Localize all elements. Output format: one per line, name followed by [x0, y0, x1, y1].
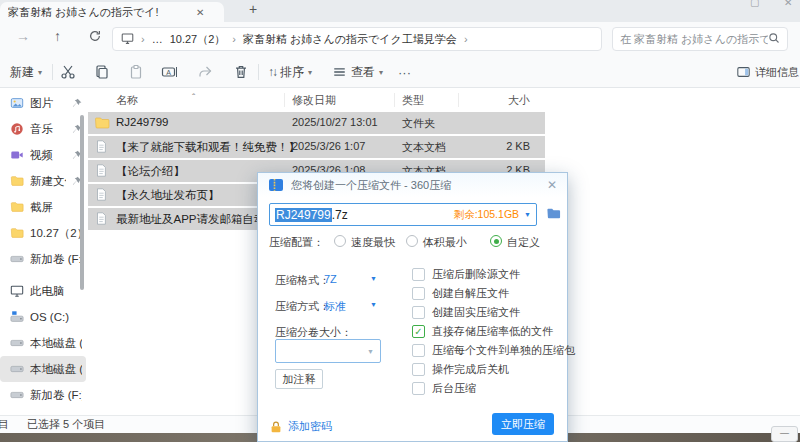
chevron-down-icon[interactable]: ▼ — [370, 275, 377, 282]
rename-button[interactable]: A — [161, 60, 178, 84]
column-divider[interactable] — [458, 93, 459, 107]
sidebar-item-label: 本地磁盘 (D:) — [30, 336, 82, 351]
compress-now-button[interactable]: 立即压缩 — [492, 413, 554, 435]
column-divider[interactable] — [394, 93, 395, 107]
more-button[interactable]: ··· — [398, 60, 411, 84]
radio-custom[interactable] — [490, 235, 502, 247]
videos-icon — [10, 148, 24, 162]
checkbox-icon: ✓ — [412, 363, 425, 376]
file-row-folder[interactable]: RJ249799 2025/10/27 13:01 文件夹 — [88, 112, 545, 134]
column-header-name[interactable]: 名称 — [116, 93, 138, 108]
toolbar-divider — [52, 64, 53, 80]
column-divider[interactable] — [284, 93, 285, 107]
sidebar-item-label: 此电脑 — [30, 284, 82, 299]
radio-fastest[interactable] — [334, 235, 346, 247]
radio-smallest[interactable] — [406, 235, 418, 247]
background-window-minimize-button[interactable]: — — [771, 426, 798, 442]
checkbox-icon: ✓ — [412, 344, 425, 357]
checkbox-label: 创建自解压文件 — [432, 286, 509, 301]
dialog-title-bar[interactable]: 您将创建一个压缩文件 - 360压缩 ✕ — [258, 173, 567, 197]
share-button[interactable] — [197, 60, 213, 84]
copy-button[interactable] — [94, 60, 110, 84]
checkbox-store-low-ratio[interactable]: ✓ 直接存储压缩率低的文件 — [412, 324, 553, 338]
checkbox-delete-source[interactable]: ✓ 压缩后删除源文件 — [412, 267, 520, 281]
checkbox-separate-archives[interactable]: ✓ 压缩每个文件到单独的压缩包 — [412, 343, 575, 357]
file-name: 【来了就能下载和观看！纯免费！】 — [116, 140, 300, 155]
file-date: 2025/3/26 1:07 — [292, 140, 365, 152]
tab-close-icon[interactable]: ✕ — [196, 7, 204, 18]
checkbox-background-compress[interactable]: ✓ 后台压缩 — [412, 381, 476, 395]
sidebar-item-1027-folder[interactable]: 10.27（2） — [0, 220, 86, 246]
file-row-text[interactable]: 【来了就能下载和观看！纯免费！】 2025/3/26 1:07 文本文档 2 K… — [88, 136, 545, 158]
forward-button[interactable]: → — [16, 28, 30, 44]
method-value[interactable]: 标准 — [324, 299, 346, 314]
sidebar-item-os-c[interactable]: OS (C:) — [0, 304, 86, 330]
folder-icon — [10, 226, 24, 240]
checkbox-shutdown-after[interactable]: ✓ 操作完成后关机 — [412, 362, 509, 376]
checkbox-icon: ✓ — [412, 382, 425, 395]
checkbox-solid-archive[interactable]: ✓ 创建固实压缩文件 — [412, 305, 520, 319]
window-close-button[interactable]: ✕ — [784, 0, 792, 8]
format-value[interactable]: 7Z — [324, 273, 337, 285]
sidebar-item-label: OS (C:) — [30, 311, 82, 323]
breadcrumb-folder[interactable]: 10.27（2） — [170, 32, 226, 47]
sidebar-item-screenshots[interactable]: 截屏 — [0, 194, 86, 220]
sidebar-item-this-pc[interactable]: 此电脑 — [0, 278, 86, 304]
column-header-size[interactable]: 大小 — [466, 93, 530, 108]
dialog-close-icon[interactable]: ✕ — [547, 178, 557, 192]
text-file-icon — [94, 211, 108, 228]
sidebar-item-drive-e[interactable]: 本地磁盘 (E:) — [0, 356, 86, 382]
chevron-down-icon[interactable]: ▼ — [370, 301, 377, 308]
breadcrumb-chevron-icon: › — [141, 33, 145, 45]
text-file-icon — [94, 139, 108, 156]
volume-size-combobox[interactable]: ▼ — [275, 339, 381, 363]
breadcrumb-ellipsis[interactable]: … — [152, 33, 163, 45]
new-tab-button[interactable]: + — [244, 1, 262, 17]
chevron-down-icon: ▾ — [308, 68, 312, 77]
browse-folder-icon[interactable] — [545, 206, 562, 223]
sort-button[interactable]: ↑↓ 排序 ▾ — [268, 60, 312, 84]
folder-icon — [94, 115, 110, 133]
sidebar-item-videos[interactable]: 视频 — [0, 142, 86, 168]
up-button[interactable]: ↑ — [54, 28, 61, 44]
archive-filename-input[interactable]: RJ249799 .7z 剩余:105.1GB ▼ — [269, 203, 537, 226]
paste-button[interactable] — [128, 60, 144, 84]
details-pane-icon — [736, 65, 751, 79]
checkbox-self-extract[interactable]: ✓ 创建自解压文件 — [412, 286, 509, 300]
sidebar-scrollbar[interactable] — [80, 115, 84, 290]
navigation-sidebar: 图片 音乐 视频 新建文件夹 截屏 — [0, 90, 86, 415]
sidebar-item-drive-f[interactable]: 新加卷 (F:) — [0, 246, 86, 272]
file-list-header: ˆ 名称 修改日期 类型 大小 — [88, 90, 800, 110]
address-bar[interactable]: › … 10.27（2） › 家畜射精 お姉さんの指示でイク工場見学会 › — [112, 27, 602, 51]
explorer-tab[interactable]: 家畜射精 お姉さんの指示でイ! ✕ — [0, 2, 224, 22]
sidebar-item-pictures[interactable]: 图片 — [0, 90, 86, 116]
zip-app-icon — [268, 177, 284, 193]
refresh-icon[interactable] — [88, 29, 102, 46]
rename-icon: A — [161, 64, 178, 80]
window-maximize-button[interactable]: ▢ — [750, 0, 759, 8]
selection-count: 已选择 5 个项目 — [27, 417, 105, 432]
details-pane-button[interactable]: 详细信息 — [736, 60, 799, 84]
breadcrumb-current-folder[interactable]: 家畜射精 お姉さんの指示でイク工場見学会 — [243, 32, 457, 47]
column-header-date[interactable]: 修改日期 — [292, 93, 336, 108]
add-password-link[interactable]: 添加密码 — [269, 419, 332, 434]
sidebar-item-new-folder[interactable]: 新建文件夹 — [0, 168, 86, 194]
sidebar-item-drive-d[interactable]: 本地磁盘 (D:) — [0, 330, 86, 356]
add-comment-button[interactable]: 加注释 — [275, 369, 323, 389]
delete-button[interactable] — [233, 60, 249, 84]
chevron-down-icon[interactable]: ▼ — [524, 211, 531, 218]
cut-button[interactable] — [60, 60, 76, 84]
new-button[interactable]: 新建 ▾ — [10, 60, 42, 84]
compress-dialog: 您将创建一个压缩文件 - 360压缩 ✕ RJ249799 .7z 剩余:105… — [257, 172, 568, 442]
this-pc-icon — [121, 32, 134, 47]
sidebar-item-partial[interactable] — [0, 408, 86, 415]
details-pane-label: 详细信息 — [755, 65, 799, 80]
search-icon[interactable] — [768, 32, 780, 46]
checkbox-icon: ✓ — [412, 287, 425, 300]
sidebar-item-drive-f2[interactable]: 新加卷 (F:) — [0, 382, 86, 408]
search-input[interactable]: 在 家畜射精 お姉さんの指示でイ — [612, 27, 788, 51]
paste-icon — [128, 64, 144, 80]
view-button[interactable]: 查看 ▾ — [332, 60, 383, 84]
column-header-type[interactable]: 类型 — [402, 93, 424, 108]
sidebar-item-music[interactable]: 音乐 — [0, 116, 86, 142]
